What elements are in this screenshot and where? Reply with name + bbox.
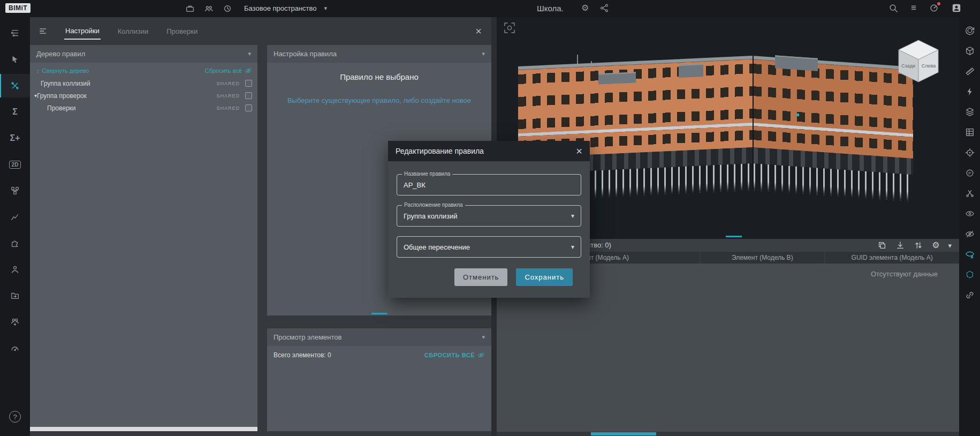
team-icon[interactable] [204,4,214,13]
history-icon[interactable] [223,4,232,13]
eye-off-icon [477,351,485,359]
link-icon[interactable] [962,287,978,303]
rule-location-select[interactable]: Расположение правила Группа коллизий ▾ [397,205,581,227]
panel-menu-icon[interactable] [39,26,48,36]
element-view-header[interactable]: Просмотр элементов ▾ [267,328,491,346]
model-tree-icon[interactable] [0,21,30,45]
lightning-icon[interactable] [962,84,978,100]
layers-icon[interactable] [962,104,978,120]
sum-plus-icon[interactable]: Σ+ [0,126,30,150]
rules-tree: ↕ Свернуть дерево Сбросить всё Группа ко… [30,63,257,427]
tab-settings[interactable]: Настройки [64,23,101,40]
help-icon[interactable]: ? [0,405,30,429]
edit-rule-dialog: Редактирование правила × Название правил… [388,141,590,298]
select-icon[interactable] [0,48,30,71]
properties-icon[interactable]: P [962,165,978,181]
download-icon[interactable] [895,240,905,250]
orbit-icon[interactable] [962,22,978,39]
eye-icon[interactable] [962,206,978,222]
tab-collisions[interactable]: Коллизии [117,24,149,39]
focus-target-icon[interactable] [962,145,978,161]
tab-checks[interactable]: Проверки [165,24,199,39]
chevron-down-icon[interactable]: ▾ [948,242,952,250]
cancel-button[interactable]: Отменить [454,268,507,286]
axes-gizmo-icon[interactable] [503,21,516,34]
dialog-titlebar: Редактирование правила × [388,141,590,161]
tree-item-checks[interactable]: Проверки SHARED [30,102,257,114]
left-toolbar: Σ Σ+ 2D ? [0,17,30,436]
team-location-icon[interactable] [0,310,30,334]
rule-settings-header[interactable]: Настройка правила ▾ [267,45,491,63]
folder-share-icon[interactable] [0,284,30,307]
notification-badge [937,2,940,5]
activity-icon[interactable] [929,3,939,13]
workspace-select[interactable]: Базовое пространство ▾ [244,4,327,12]
list-icon[interactable]: ≡ [911,3,916,13]
person-icon[interactable] [0,258,30,281]
structure-icon[interactable] [0,179,30,202]
cube-face-back: Сзади [901,63,915,69]
workspace-icon[interactable] [185,4,195,13]
copy-icon[interactable] [877,240,887,250]
tree-item-collision-group[interactable]: Группа коллизий SHARED [30,77,257,89]
viewport-scrollbar-thumb[interactable] [726,236,742,237]
gauge-icon[interactable] [0,336,30,360]
tree-item-checkbox[interactable] [245,104,252,111]
share-icon[interactable] [599,3,609,13]
results-empty-state: Отсутствуют данные [871,270,938,278]
project-title: Школа. [537,4,564,13]
shared-badge: SHARED [216,93,240,99]
dialog-title: Редактирование правила [396,147,484,155]
dialog-close-icon[interactable]: × [576,146,582,156]
section-box-icon[interactable] [962,43,978,59]
elements-reset-link[interactable]: СБРОСИТЬ ВСЁ [424,351,485,359]
tree-item-checkbox[interactable] [245,80,252,87]
rooftop-unit [598,72,636,84]
column-guid-a[interactable]: GUID элемента (Модель А) [825,252,959,264]
selection-marker [796,114,799,116]
results-hscrollbar-thumb[interactable] [591,432,656,435]
viewport-toolbar: P [959,17,980,436]
horizontal-scrollbar[interactable] [30,427,257,431]
cut-icon[interactable] [962,185,978,201]
navigation-cube[interactable]: Сзади Слева [896,39,941,86]
rule-name-field: Название правила [397,174,581,196]
user-icon[interactable] [952,3,961,13]
tree-item-check-group[interactable]: ▾ Группа проверок SHARED [30,89,257,102]
gear-icon[interactable]: ⚙ [581,3,589,13]
grid-icon[interactable] [962,124,978,140]
eye-off-icon [245,67,252,74]
rule-name-input[interactable] [404,181,574,189]
close-icon[interactable]: × [475,26,483,36]
measure-icon[interactable] [962,63,978,79]
eye-off-icon[interactable] [962,226,978,242]
save-button[interactable]: Сохранить [516,268,573,286]
swap-vertical-icon[interactable] [914,240,923,250]
element-view-body: Всего элементов: 0 СБРОСИТЬ ВСЁ [267,346,491,431]
rule-location-value: Группа коллизий [404,212,458,220]
2d-view-icon[interactable]: 2D [0,153,30,176]
eye-exclude-icon[interactable] [962,246,978,262]
tree-item-checkbox[interactable] [245,92,252,99]
rules-tree-header[interactable]: Дерево правил ▾ [30,45,257,63]
gear-icon[interactable]: ⚙ [932,240,939,250]
reset-all-link[interactable]: Сбросить всё [205,67,252,74]
chevron-down-icon: ▾ [571,212,574,220]
building-facade-right [753,56,913,201]
sum-icon[interactable]: Σ [0,100,30,124]
shared-badge: SHARED [216,81,240,86]
rule-create-link[interactable]: Выберите существующее правило, либо созд… [267,96,491,104]
results-hscrollbar[interactable] [497,432,959,436]
check-type-select[interactable]: Общее пересечение ▾ [397,236,581,258]
column-element-b[interactable]: Элемент (Модель B) [700,252,825,264]
caret-down-icon[interactable]: ▾ [30,93,37,99]
search-icon[interactable] [888,3,898,13]
collapse-tree-link[interactable]: ↕ Свернуть дерево [36,67,89,74]
app-logo[interactable]: BIMiT [5,3,31,13]
workspace-label: Базовое пространство [244,4,317,12]
clash-detection-icon[interactable] [0,74,30,97]
plugins-icon[interactable] [0,231,30,255]
chart-icon[interactable] [0,205,30,229]
chevron-down-icon: ▾ [248,50,251,57]
ghost-cube-icon[interactable] [962,267,978,283]
